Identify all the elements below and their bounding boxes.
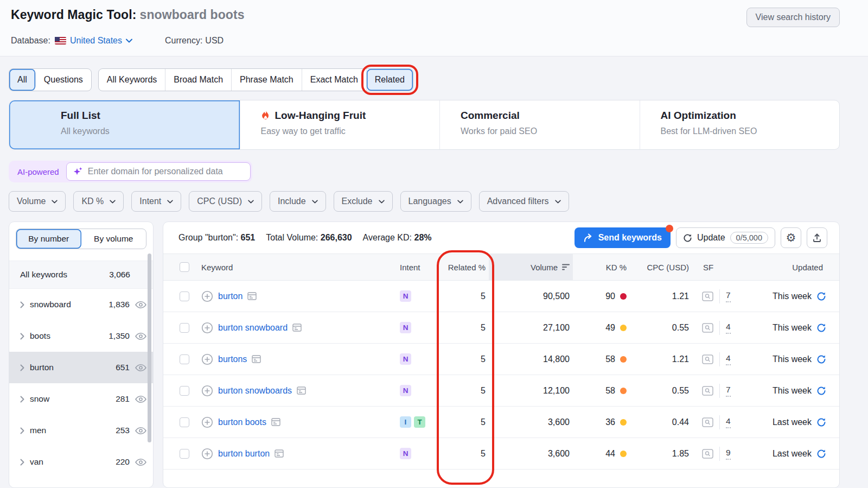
serp-preview-icon[interactable] bbox=[271, 418, 280, 426]
filter-volume[interactable]: Volume bbox=[9, 191, 66, 212]
sidebar-item-snow[interactable]: snow 281 bbox=[9, 383, 153, 415]
chevron-right-icon[interactable] bbox=[20, 364, 24, 371]
serp-preview-icon[interactable] bbox=[247, 292, 257, 300]
sidebar-item-men[interactable]: men 253 bbox=[9, 415, 153, 446]
card-low-hanging-fruit[interactable]: Low-Hanging Fruit Easy way to get traffi… bbox=[240, 100, 441, 149]
filter-languages[interactable]: Languages bbox=[400, 191, 471, 212]
serp-preview-icon[interactable] bbox=[292, 324, 302, 332]
sf-count[interactable]: 7 bbox=[726, 385, 731, 397]
keyword-link[interactable]: burtons bbox=[218, 354, 247, 364]
keyword-link[interactable]: burton bbox=[218, 291, 242, 301]
filter-cpc[interactable]: CPC (USD) bbox=[189, 191, 262, 212]
serp-features-icon[interactable] bbox=[702, 417, 713, 427]
eye-icon[interactable] bbox=[135, 364, 146, 372]
refresh-icon[interactable] bbox=[816, 417, 826, 427]
eye-icon[interactable] bbox=[135, 301, 146, 309]
chevron-right-icon[interactable] bbox=[20, 459, 24, 466]
filter-advanced[interactable]: Advanced filters bbox=[479, 191, 569, 212]
toggle-by-volume[interactable]: By volume bbox=[81, 229, 146, 249]
sf-count[interactable]: 4 bbox=[726, 416, 731, 428]
sf-count[interactable]: 4 bbox=[726, 322, 731, 334]
card-commercial[interactable]: Commercial Works for paid SEO bbox=[440, 100, 640, 149]
refresh-icon[interactable] bbox=[816, 386, 826, 396]
tab-all[interactable]: All bbox=[9, 69, 36, 91]
serp-preview-icon[interactable] bbox=[275, 449, 284, 458]
view-search-history-button[interactable]: View search history bbox=[746, 8, 840, 27]
serp-preview-icon[interactable] bbox=[252, 355, 261, 363]
sidebar-scrollbar[interactable] bbox=[148, 253, 151, 442]
toggle-by-number[interactable]: By number bbox=[16, 229, 81, 249]
tab-exact-match[interactable]: Exact Match bbox=[302, 69, 367, 91]
sidebar-item-burton[interactable]: burton 651 bbox=[9, 352, 153, 383]
column-cpc[interactable]: CPC (USD) bbox=[630, 254, 692, 280]
column-keyword[interactable]: Keyword bbox=[201, 254, 397, 280]
select-all-checkbox[interactable] bbox=[180, 262, 189, 272]
chevron-right-icon[interactable] bbox=[20, 396, 24, 403]
serp-preview-icon[interactable] bbox=[297, 386, 306, 395]
filter-kd[interactable]: KD % bbox=[73, 191, 124, 212]
column-volume[interactable]: Volume bbox=[489, 254, 573, 280]
column-kd[interactable]: KD % bbox=[573, 254, 630, 280]
chevron-right-icon[interactable] bbox=[20, 427, 24, 434]
refresh-icon[interactable] bbox=[816, 323, 826, 333]
tab-all-keywords[interactable]: All Keywords bbox=[99, 69, 165, 91]
column-intent[interactable]: Intent bbox=[397, 254, 440, 280]
add-keyword-icon[interactable] bbox=[201, 353, 213, 365]
serp-features-icon[interactable] bbox=[702, 291, 713, 301]
tab-related[interactable]: Related bbox=[367, 69, 413, 91]
card-ai-optimization[interactable]: AI Optimization Best for LLM-driven SEO bbox=[640, 100, 840, 149]
add-keyword-icon[interactable] bbox=[201, 448, 213, 460]
eye-icon[interactable] bbox=[135, 427, 146, 435]
add-keyword-icon[interactable] bbox=[201, 416, 213, 428]
settings-button[interactable]: ⚙ bbox=[781, 227, 801, 248]
chevron-right-icon[interactable] bbox=[20, 333, 24, 340]
add-keyword-icon[interactable] bbox=[201, 322, 213, 334]
tab-broad-match[interactable]: Broad Match bbox=[165, 69, 232, 91]
row-checkbox[interactable] bbox=[180, 323, 189, 333]
keyword-link[interactable]: burton burton bbox=[218, 449, 270, 459]
tab-phrase-match[interactable]: Phrase Match bbox=[232, 69, 302, 91]
refresh-icon[interactable] bbox=[816, 354, 826, 364]
row-checkbox[interactable] bbox=[180, 386, 189, 396]
domain-input[interactable]: Enter domain for personalized data bbox=[66, 162, 251, 181]
eye-icon[interactable] bbox=[135, 458, 146, 466]
eye-icon[interactable] bbox=[135, 332, 146, 340]
sidebar-item-all-keywords[interactable]: All keywords 3,066 bbox=[9, 261, 153, 289]
keyword-link[interactable]: burton snowboard bbox=[218, 323, 288, 333]
filter-exclude[interactable]: Exclude bbox=[334, 191, 393, 212]
database-selector[interactable]: United States bbox=[70, 36, 132, 46]
update-button[interactable]: Update 0/5,000 bbox=[676, 227, 775, 248]
row-checkbox[interactable] bbox=[180, 449, 189, 459]
serp-features-icon[interactable] bbox=[702, 323, 713, 333]
card-title: Low-Hanging Fruit bbox=[261, 110, 440, 122]
refresh-icon[interactable] bbox=[816, 291, 826, 301]
serp-features-icon[interactable] bbox=[702, 354, 713, 364]
column-updated[interactable]: Updated bbox=[749, 254, 826, 280]
row-checkbox[interactable] bbox=[180, 354, 189, 364]
refresh-icon[interactable] bbox=[816, 449, 826, 459]
keyword-link[interactable]: burton boots bbox=[218, 417, 266, 427]
serp-features-icon[interactable] bbox=[702, 449, 713, 459]
add-keyword-icon[interactable] bbox=[201, 290, 213, 302]
chevron-right-icon[interactable] bbox=[20, 301, 24, 308]
tab-questions[interactable]: Questions bbox=[36, 69, 91, 91]
add-keyword-icon[interactable] bbox=[201, 385, 213, 397]
export-button[interactable] bbox=[807, 227, 827, 248]
row-checkbox[interactable] bbox=[180, 417, 189, 427]
sf-count[interactable]: 9 bbox=[726, 448, 731, 460]
sidebar-item-snowboard[interactable]: snowboard 1,836 bbox=[9, 289, 153, 320]
filter-intent[interactable]: Intent bbox=[131, 191, 181, 212]
serp-features-icon[interactable] bbox=[702, 386, 713, 396]
filter-include[interactable]: Include bbox=[270, 191, 326, 212]
card-full-list[interactable]: Full List All keywords bbox=[9, 100, 240, 149]
row-checkbox[interactable] bbox=[180, 291, 189, 301]
send-keywords-button[interactable]: Send keywords bbox=[575, 227, 671, 248]
sf-count[interactable]: 7 bbox=[726, 290, 731, 302]
column-sf[interactable]: SF bbox=[692, 254, 749, 280]
sidebar-item-van[interactable]: van 220 bbox=[9, 446, 153, 478]
sidebar-item-boots[interactable]: boots 1,350 bbox=[9, 320, 153, 352]
column-related[interactable]: Related % bbox=[440, 254, 489, 280]
eye-icon[interactable] bbox=[135, 395, 146, 403]
sf-count[interactable]: 4 bbox=[726, 353, 731, 365]
keyword-link[interactable]: burton snowboards bbox=[218, 386, 292, 396]
